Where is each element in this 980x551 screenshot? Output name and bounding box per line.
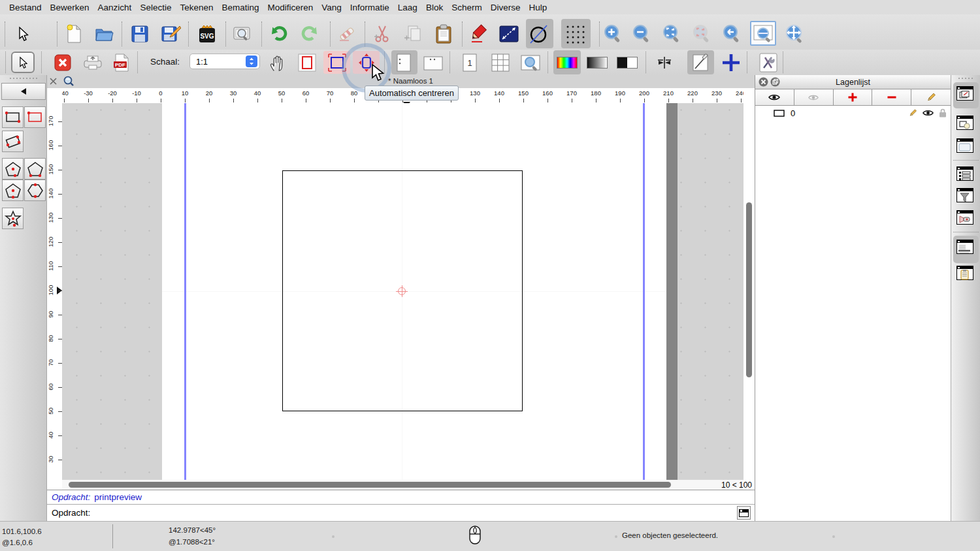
menu-item-tekenen[interactable]: Tekenen xyxy=(180,3,213,12)
redo-button[interactable] xyxy=(299,23,321,45)
polygon-vertex-tool[interactable] xyxy=(2,180,24,201)
add-layer-button[interactable] xyxy=(834,89,873,105)
zoom-fit-button[interactable] xyxy=(661,23,683,45)
status-dot-1 xyxy=(332,535,335,538)
menu-item-informatie[interactable]: Informatie xyxy=(350,3,389,12)
layer-name[interactable]: 0 xyxy=(791,108,795,118)
cut-button[interactable] xyxy=(371,23,393,45)
menu-item-bewerken[interactable]: Bewerken xyxy=(50,3,90,12)
copy-button[interactable] xyxy=(401,23,423,45)
print-preview-button[interactable] xyxy=(231,23,253,45)
rotated-rectangle-tool[interactable] xyxy=(2,131,24,152)
dock-layers-icon[interactable] xyxy=(956,86,975,104)
menu-item-vang[interactable]: Vang xyxy=(321,3,342,12)
hruler-tick xyxy=(185,99,186,102)
zoom-out-button[interactable] xyxy=(630,23,653,45)
edit-layer-button[interactable] xyxy=(911,89,951,105)
new-document-button[interactable] xyxy=(63,23,85,45)
menu-item-bestand[interactable]: Bestand xyxy=(9,3,42,12)
save-button[interactable] xyxy=(129,23,151,45)
hide-all-layers-button[interactable] xyxy=(794,89,834,105)
page-grid-button[interactable] xyxy=(489,52,512,73)
command-window-button[interactable] xyxy=(737,506,751,520)
print-button[interactable] xyxy=(82,52,104,73)
scale-stepper-icon[interactable] xyxy=(246,55,257,67)
dock-list-icon[interactable] xyxy=(956,166,975,185)
snap-grid-button[interactable] xyxy=(564,23,587,45)
bw-pattern-button[interactable] xyxy=(616,52,638,73)
pan-view-button[interactable] xyxy=(783,23,806,45)
zoom-window-button[interactable] xyxy=(752,23,774,45)
page-landscape-button[interactable] xyxy=(422,52,444,73)
star-tool[interactable] xyxy=(2,208,24,229)
scale-select[interactable]: 1:1 xyxy=(189,54,260,69)
drawing-canvas[interactable] xyxy=(62,103,743,480)
menu-item-selectie[interactable]: Selectie xyxy=(140,3,171,12)
zoom-selection-button[interactable] xyxy=(691,23,713,45)
paste-button[interactable] xyxy=(433,23,455,45)
vertical-scrollbar-thumb[interactable] xyxy=(746,202,752,377)
polygon-edge-tool[interactable] xyxy=(24,158,46,180)
show-all-layers-button[interactable] xyxy=(755,89,794,105)
dock-drag-handle[interactable] xyxy=(951,78,980,79)
show-page-frame-button[interactable] xyxy=(296,52,318,73)
dock-light-icon[interactable] xyxy=(956,210,975,228)
palette-back-button[interactable] xyxy=(1,83,46,100)
select-tool-button[interactable] xyxy=(12,23,34,45)
horizontal-scrollbar[interactable]: 10 < 100 xyxy=(62,480,743,490)
tool-palette xyxy=(0,75,47,521)
print-preview-pages-button[interactable] xyxy=(519,52,542,73)
menu-item-aanzicht[interactable]: Aanzicht xyxy=(98,3,132,12)
layer-visibility-icon[interactable] xyxy=(923,109,934,117)
menu-item-bemating[interactable]: Bemating xyxy=(221,3,259,12)
horizontal-scrollbar-thumb[interactable] xyxy=(69,482,671,488)
menu-item-modificeren[interactable]: Modificeren xyxy=(268,3,314,12)
hruler-label: 210 xyxy=(663,89,674,97)
menu-item-scherm[interactable]: Scherm xyxy=(451,3,482,12)
dock-properties-icon[interactable] xyxy=(956,116,975,134)
polygon-center-tool[interactable] xyxy=(2,158,24,180)
settings-tools-button[interactable] xyxy=(757,52,779,73)
zoom-in-button[interactable] xyxy=(602,23,624,45)
menu-item-blok[interactable]: Blok xyxy=(426,3,443,12)
vertical-scrollbar[interactable] xyxy=(743,103,755,480)
dimension-tool-button[interactable] xyxy=(498,23,520,45)
hexagon-tool[interactable] xyxy=(24,180,46,201)
single-page-button[interactable]: 1 xyxy=(459,52,481,73)
menu-item-diverse[interactable]: Diverse xyxy=(491,3,521,12)
svg-export-button[interactable]: SVG xyxy=(196,23,218,45)
add-point-button[interactable] xyxy=(720,52,742,73)
dock-info-icon[interactable] xyxy=(956,240,975,258)
cancel-command-button[interactable] xyxy=(52,52,74,73)
remove-layer-button[interactable] xyxy=(872,89,911,105)
sketch-mode-button[interactable] xyxy=(689,52,711,73)
select-mode-button[interactable] xyxy=(11,52,35,73)
rectangle-tool[interactable] xyxy=(2,106,24,128)
pin-tool-button[interactable] xyxy=(653,52,676,73)
layer-edit-icon[interactable] xyxy=(908,108,917,118)
draw-pencil-button[interactable] xyxy=(468,23,490,45)
layer-color-swatch[interactable] xyxy=(774,110,785,117)
gray-gradient-button[interactable] xyxy=(586,52,608,73)
menu-item-laag[interactable]: Laag xyxy=(398,3,417,12)
page-portrait-button[interactable] xyxy=(393,52,415,73)
undo-button[interactable] xyxy=(268,23,290,45)
pdf-export-button[interactable]: PDF xyxy=(110,52,133,73)
circle-tool-button[interactable] xyxy=(528,23,550,45)
layer-row[interactable]: 0 xyxy=(755,106,951,120)
palette-drag-handle[interactable] xyxy=(0,78,46,79)
dock-clipboard-icon[interactable] xyxy=(956,266,975,284)
dock-filter-icon[interactable] xyxy=(956,188,975,206)
dock-preview-icon[interactable] xyxy=(956,138,975,157)
save-as-button[interactable] xyxy=(160,23,182,45)
color-palette-button[interactable] xyxy=(556,52,578,73)
command-history-label: Opdracht: xyxy=(52,492,90,502)
zoom-previous-button[interactable] xyxy=(721,23,743,45)
layer-lock-icon[interactable] xyxy=(939,108,947,118)
open-document-button[interactable] xyxy=(93,23,116,45)
command-input[interactable]: Opdracht: xyxy=(47,505,755,521)
pan-hand-button[interactable] xyxy=(266,52,288,73)
menu-item-hulp[interactable]: Hulp xyxy=(529,3,547,12)
rectangle-outline-tool[interactable] xyxy=(24,106,46,128)
erase-tool-button[interactable] xyxy=(336,23,358,45)
